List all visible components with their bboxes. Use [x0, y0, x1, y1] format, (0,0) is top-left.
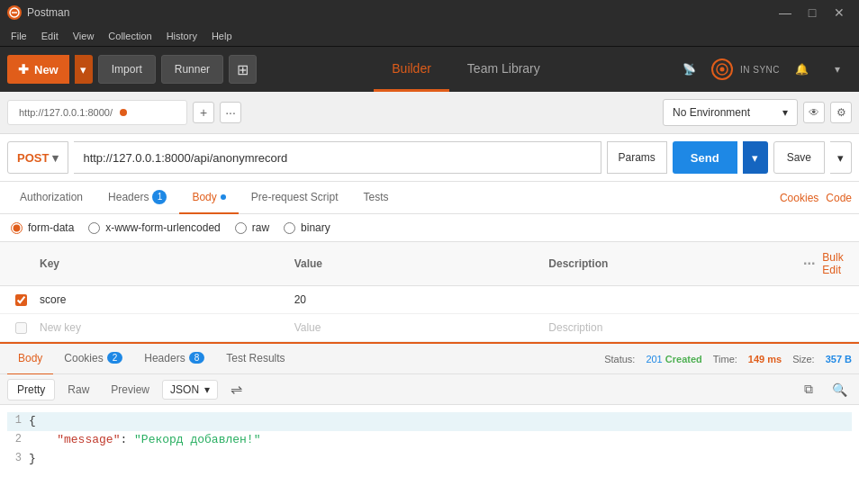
- menu-view[interactable]: View: [66, 28, 102, 44]
- row-checkbox[interactable]: [15, 294, 27, 306]
- env-label: No Environment: [673, 106, 750, 119]
- table-row: score 20: [0, 286, 859, 314]
- binary-option[interactable]: binary: [284, 221, 330, 234]
- line-num-2: 2: [7, 431, 29, 448]
- row-key[interactable]: score: [34, 290, 289, 310]
- request-tabs: Authorization Headers 1 Body Pre-request…: [0, 182, 859, 214]
- urlencoded-option[interactable]: x-www-form-urlencoded: [88, 221, 220, 234]
- header-more: ··· Bulk Edit: [798, 248, 852, 280]
- copy-icon[interactable]: ⧉: [796, 377, 821, 402]
- chevron-down-icon[interactable]: ▾: [823, 55, 852, 84]
- status-label: Status:: [604, 354, 635, 364]
- resp-tab-body[interactable]: Body: [7, 343, 53, 375]
- header-description: Description: [543, 254, 798, 274]
- search-icon[interactable]: 🔍: [827, 377, 852, 402]
- sync-label: IN SYNC: [740, 65, 780, 75]
- bell-icon[interactable]: 🔔: [787, 55, 816, 84]
- format-type-dropdown[interactable]: JSON ▾: [162, 380, 218, 400]
- status-section: Status: 201 Created Time: 149 ms Size: 3…: [604, 354, 852, 364]
- size-value: 357 B: [826, 354, 852, 364]
- resp-tab-headers[interactable]: Headers 8: [133, 343, 215, 375]
- titlebar-controls: — □ ✕: [773, 0, 852, 25]
- params-button[interactable]: Params: [607, 141, 667, 174]
- tab-builder[interactable]: Builder: [374, 47, 449, 92]
- menu-edit[interactable]: Edit: [34, 28, 66, 44]
- app-icon: [7, 5, 22, 20]
- url-tab[interactable]: http://127.0.0.1:8000/: [7, 100, 187, 125]
- minimize-button[interactable]: —: [773, 0, 798, 25]
- url-bar-section: http://127.0.0.1:8000/ + ··· No Environm…: [0, 92, 859, 134]
- runner-button[interactable]: Runner: [161, 55, 223, 84]
- save-arrow-button[interactable]: ▾: [830, 141, 852, 174]
- request-section: POST ▾ Params Send ▾ Save ▾: [0, 134, 859, 182]
- menu-collection[interactable]: Collection: [101, 28, 158, 44]
- gear-icon[interactable]: ⚙: [830, 102, 852, 123]
- tab-body[interactable]: Body: [179, 182, 238, 214]
- format-pretty[interactable]: Pretty: [7, 379, 55, 400]
- tab-pre-request-script[interactable]: Pre-request Script: [239, 182, 351, 214]
- response-line-1: 1 {: [7, 412, 852, 431]
- method-dropdown[interactable]: POST ▾: [7, 141, 68, 174]
- line-num-3: 3: [7, 450, 29, 467]
- cookies-link[interactable]: Cookies: [780, 192, 818, 204]
- workspace-button[interactable]: ⊞: [229, 55, 257, 84]
- tab-team-library[interactable]: Team Library: [449, 47, 558, 92]
- row-description[interactable]: [543, 296, 798, 303]
- row-actions: [798, 296, 852, 303]
- tab-tests[interactable]: Tests: [350, 182, 401, 214]
- format-type-label: JSON: [170, 383, 199, 396]
- new-button-arrow[interactable]: ▾: [75, 55, 93, 84]
- new-row-checkbox: [15, 322, 27, 334]
- new-row-description[interactable]: Description: [543, 318, 798, 338]
- menu-help[interactable]: Help: [204, 28, 240, 44]
- save-button[interactable]: Save: [773, 141, 825, 174]
- raw-option[interactable]: raw: [235, 221, 269, 234]
- more-tabs-button[interactable]: ···: [220, 102, 241, 123]
- new-row-value[interactable]: Value: [289, 318, 544, 338]
- tab-headers[interactable]: Headers 1: [95, 182, 179, 214]
- format-dropdown-chevron: ▾: [204, 383, 210, 396]
- bulk-edit-link[interactable]: Bulk Edit: [822, 251, 846, 276]
- format-raw[interactable]: Raw: [59, 380, 98, 400]
- request-url-input[interactable]: [74, 141, 601, 174]
- resp-tab-cookies[interactable]: Cookies 2: [53, 343, 133, 375]
- import-button[interactable]: Import: [98, 55, 156, 84]
- url-dot: [120, 109, 127, 116]
- format-preview[interactable]: Preview: [102, 380, 158, 400]
- send-arrow-button[interactable]: ▾: [743, 141, 768, 174]
- response-line-2: 2 "message": "Рекорд добавлен!": [7, 431, 852, 450]
- cookies-badge: 2: [107, 352, 123, 364]
- more-dots-icon[interactable]: ···: [803, 256, 815, 272]
- close-button[interactable]: ✕: [827, 0, 852, 25]
- maximize-button[interactable]: □: [800, 0, 825, 25]
- add-tab-button[interactable]: +: [193, 102, 214, 123]
- form-table: Key Value Description ··· Bulk Edit scor…: [0, 242, 859, 342]
- send-button[interactable]: Send: [673, 141, 737, 174]
- env-dropdown[interactable]: No Environment ▾: [663, 99, 798, 126]
- tab-authorization[interactable]: Authorization: [7, 182, 95, 214]
- new-row-key[interactable]: New key: [34, 318, 289, 338]
- menubar: File Edit View Collection History Help: [0, 25, 859, 47]
- satellite-icon[interactable]: 📡: [675, 55, 704, 84]
- status-text: Created: [665, 354, 702, 364]
- response-body: 1 { 2 "message": "Рекорд добавлен!" 3 }: [0, 405, 859, 504]
- code-link[interactable]: Code: [826, 192, 852, 204]
- svg-point-3: [719, 68, 724, 72]
- menu-history[interactable]: History: [159, 28, 204, 44]
- main-content: http://127.0.0.1:8000/ + ··· No Environm…: [0, 92, 859, 504]
- headers-badge: 1: [152, 190, 167, 204]
- header-checkbox: [7, 260, 34, 267]
- eye-icon[interactable]: 👁: [803, 102, 825, 123]
- new-button[interactable]: ✚ New: [7, 55, 69, 84]
- menu-file[interactable]: File: [4, 28, 34, 44]
- tab-right-buttons: Cookies Code: [780, 192, 852, 204]
- method-chevron-icon: ▾: [52, 151, 59, 165]
- format-right-buttons: ⧉ 🔍: [796, 377, 852, 402]
- url-tab-label: http://127.0.0.1:8000/: [19, 107, 113, 118]
- form-data-option[interactable]: form-data: [11, 221, 74, 234]
- nav-tabs: Builder Team Library: [262, 47, 670, 92]
- line-content-2: "message": "Рекорд добавлен!": [29, 431, 260, 450]
- wrap-icon-button[interactable]: ⇌: [222, 377, 251, 401]
- row-value[interactable]: 20: [289, 290, 544, 310]
- resp-tab-test-results[interactable]: Test Results: [215, 343, 295, 375]
